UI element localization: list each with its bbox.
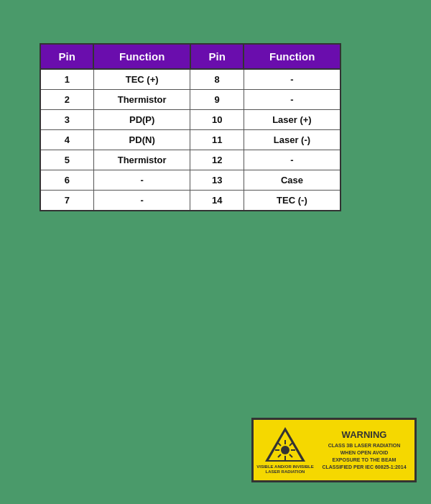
- pin2-cell: 13: [190, 170, 244, 191]
- warning-icon-area: VISIBLE AND/OR INVISIBLE LASER RADIATION: [256, 426, 314, 475]
- table-row: 6-13Case: [40, 170, 340, 191]
- pin1-cell: 4: [40, 130, 93, 150]
- pin2-cell: 11: [190, 130, 244, 150]
- func1-cell: -: [93, 191, 190, 211]
- table-row: 7-14TEC (-): [40, 191, 340, 211]
- warning-triangle-svg: [264, 426, 307, 463]
- warning-text-area: WARNING CLASS 3B LASER RADIATION WHEN OP…: [314, 429, 412, 470]
- func1-cell: PD(N): [93, 130, 190, 150]
- warning-line3: EXPOSURE TO THE BEAM: [333, 457, 397, 462]
- col-header-func1: Function: [93, 44, 190, 69]
- func2-cell: Case: [244, 170, 340, 191]
- func2-cell: -: [244, 150, 340, 170]
- warning-body: CLASS 3B LASER RADIATION WHEN OPEN AVOID…: [317, 442, 412, 470]
- func2-cell: TEC (-): [244, 191, 340, 211]
- pin2-cell: 14: [190, 191, 244, 211]
- func1-cell: PD(P): [93, 110, 190, 130]
- func2-cell: -: [244, 90, 340, 110]
- table-row: 5Thermistor12-: [40, 150, 340, 170]
- warning-label: VISIBLE AND/OR INVISIBLE LASER RADIATION…: [251, 418, 417, 482]
- func1-cell: TEC (+): [93, 69, 190, 90]
- pin1-cell: 2: [40, 90, 93, 110]
- pin2-cell: 9: [190, 90, 244, 110]
- pin1-cell: 7: [40, 191, 93, 211]
- main-content: Pin Function Pin Function 1TEC (+)8-2The…: [40, 43, 391, 211]
- col-header-func2: Function: [244, 44, 340, 69]
- func2-cell: Laser (-): [244, 130, 340, 150]
- warning-triangle-wrapper: [264, 426, 307, 463]
- pin-table: Pin Function Pin Function 1TEC (+)8-2The…: [40, 43, 341, 211]
- pin1-cell: 1: [40, 69, 93, 90]
- triangle-sub-text: VISIBLE AND/OR INVISIBLE LASER RADIATION: [256, 464, 313, 475]
- pin1-cell: 6: [40, 170, 93, 191]
- func2-cell: Laser (+): [244, 110, 340, 130]
- table-row: 2Thermistor9-: [40, 90, 340, 110]
- table-row: 1TEC (+)8-: [40, 69, 340, 90]
- func1-cell: Thermistor: [93, 150, 190, 170]
- pin1-cell: 5: [40, 150, 93, 170]
- svg-point-2: [281, 446, 289, 454]
- warning-line4: CLASSIFIED PER IEC 60825-1:2014: [322, 464, 406, 469]
- func1-cell: -: [93, 170, 190, 191]
- warning-line2: WHEN OPEN AVOID: [340, 450, 389, 455]
- col-header-pin2: Pin: [190, 44, 244, 69]
- table-row: 3PD(P)10Laser (+): [40, 110, 340, 130]
- warning-title: WARNING: [317, 429, 412, 440]
- pin2-cell: 12: [190, 150, 244, 170]
- col-header-pin1: Pin: [40, 44, 93, 69]
- warning-line1: CLASS 3B LASER RADIATION: [328, 443, 401, 448]
- func1-cell: Thermistor: [93, 90, 190, 110]
- func2-cell: -: [244, 69, 340, 90]
- table-row: 4PD(N)11Laser (-): [40, 130, 340, 150]
- pin1-cell: 3: [40, 110, 93, 130]
- pin2-cell: 8: [190, 69, 244, 90]
- pin2-cell: 10: [190, 110, 244, 130]
